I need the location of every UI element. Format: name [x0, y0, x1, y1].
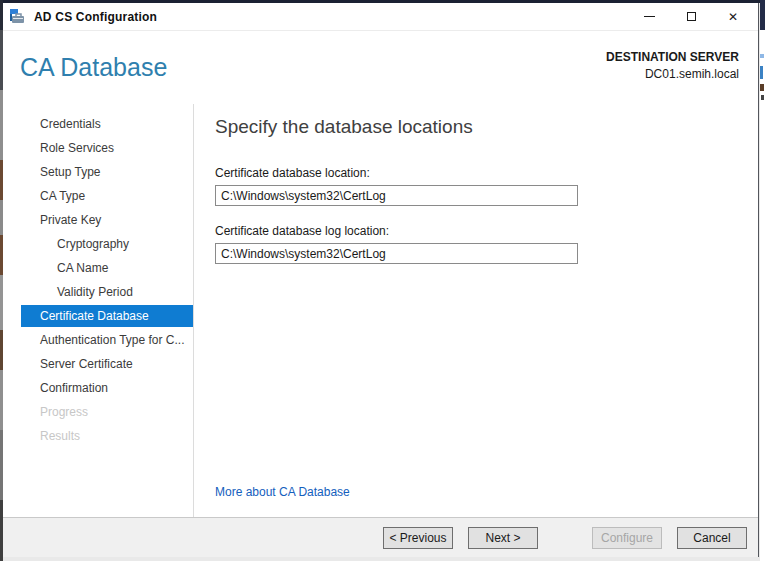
- wizard-step-confirmation[interactable]: Confirmation: [21, 377, 193, 399]
- window-title: AD CS Configuration: [34, 10, 157, 24]
- background-left-sliver: [0, 0, 3, 561]
- wizard-step-authentication-type-for-c[interactable]: Authentication Type for C...: [21, 329, 193, 351]
- configure-button: Configure: [592, 527, 662, 549]
- certificate-database-log-location-input[interactable]: [215, 243, 578, 264]
- destination-server-block: DESTINATION SERVER DC01.semih.local: [606, 49, 739, 83]
- wizard-step-progress: Progress: [21, 401, 193, 423]
- wizard-body: CredentialsRole ServicesSetup TypeCA Typ…: [3, 104, 758, 517]
- page-title: CA Database: [20, 53, 167, 82]
- screenshot-stage: AD CS Configuration ✕ CA Database DESTIN…: [0, 0, 765, 561]
- background-artifact: [760, 66, 763, 79]
- close-button[interactable]: ✕: [712, 3, 754, 30]
- wizard-step-private-key[interactable]: Private Key: [21, 209, 193, 231]
- footer-button-bar: < PreviousNext >ConfigureCancel: [3, 517, 758, 557]
- destination-server-name: DC01.semih.local: [606, 65, 739, 83]
- maximize-icon: [687, 12, 696, 21]
- wizard-step-role-services[interactable]: Role Services: [21, 137, 193, 159]
- maximize-button[interactable]: [670, 3, 712, 30]
- destination-server-label: DESTINATION SERVER: [606, 49, 739, 65]
- content-heading: Specify the database locations: [215, 116, 758, 138]
- background-right-sliver: [760, 0, 765, 561]
- titlebar: AD CS Configuration ✕: [3, 3, 758, 31]
- background-artifact: [760, 84, 764, 91]
- adcs-wizard-toolbox-icon: [10, 9, 26, 25]
- wizard-step-ca-type[interactable]: CA Type: [21, 185, 193, 207]
- wizard-steps-nav: CredentialsRole ServicesSetup TypeCA Typ…: [3, 104, 194, 517]
- window-controls: ✕: [628, 3, 758, 30]
- certificate-database-log-location-label: Certificate database log location:: [215, 224, 758, 238]
- field-group: Certificate database log location:: [215, 224, 758, 264]
- wizard-step-credentials[interactable]: Credentials: [21, 113, 193, 135]
- cancel-button[interactable]: Cancel: [677, 527, 747, 549]
- background-top-sliver: [0, 0, 765, 3]
- field-group: Certificate database location:: [215, 166, 758, 206]
- content-pane: Specify the database locations Certifica…: [194, 104, 758, 517]
- minimize-icon: [644, 16, 655, 17]
- background-dark-corner: [760, 0, 765, 30]
- wizard-header: CA Database DESTINATION SERVER DC01.semi…: [3, 31, 758, 104]
- minimize-button[interactable]: [628, 3, 670, 30]
- adcs-configuration-window: AD CS Configuration ✕ CA Database DESTIN…: [3, 3, 759, 557]
- field-list: Certificate database location:Certificat…: [215, 166, 758, 264]
- wizard-step-validity-period[interactable]: Validity Period: [21, 281, 193, 303]
- wizard-step-cryptography[interactable]: Cryptography: [21, 233, 193, 255]
- wizard-step-server-certificate[interactable]: Server Certificate: [21, 353, 193, 375]
- certificate-database-location-input[interactable]: [215, 185, 578, 206]
- next-button[interactable]: Next >: [468, 527, 538, 549]
- certificate-database-location-label: Certificate database location:: [215, 166, 758, 180]
- background-artifact: [760, 54, 764, 58]
- wizard-step-certificate-database[interactable]: Certificate Database: [21, 305, 193, 327]
- more-about-ca-database-link[interactable]: More about CA Database: [215, 485, 350, 499]
- previous-button[interactable]: < Previous: [383, 527, 453, 549]
- wizard-step-results: Results: [21, 425, 193, 447]
- wizard-step-ca-name[interactable]: CA Name: [21, 257, 193, 279]
- wizard-step-setup-type[interactable]: Setup Type: [21, 161, 193, 183]
- background-artifact: [761, 95, 764, 100]
